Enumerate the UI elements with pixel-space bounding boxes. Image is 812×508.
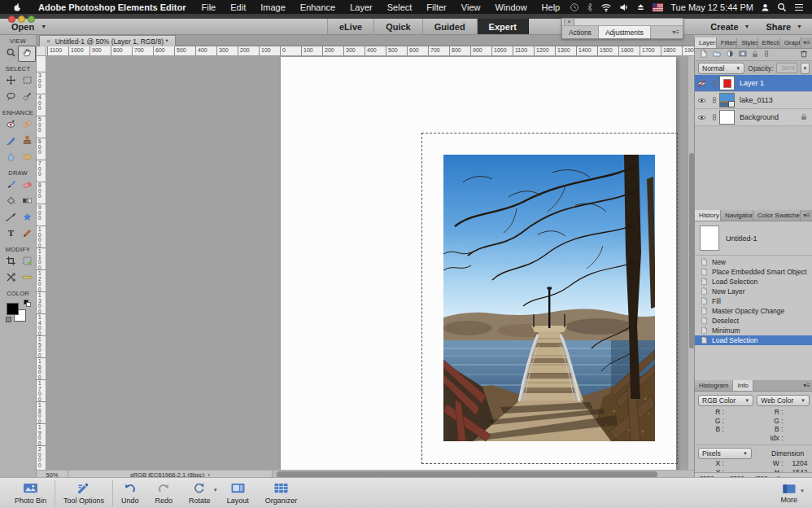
window-zoom-button[interactable] bbox=[28, 15, 35, 23]
layer-hidden-eye-icon[interactable] bbox=[695, 79, 709, 88]
history-step[interactable]: Master Opacity Change bbox=[695, 306, 812, 316]
panel-flyout-menu-icon[interactable]: ▾≡ bbox=[801, 210, 812, 221]
layer-link-icon[interactable] bbox=[709, 112, 719, 122]
tab-color-swatches[interactable]: Color Swatches bbox=[753, 210, 801, 221]
window-minimize-button[interactable] bbox=[18, 15, 25, 23]
sponge-tool[interactable] bbox=[18, 150, 36, 166]
brush-tool[interactable] bbox=[2, 177, 20, 194]
history-step[interactable]: Load Selection bbox=[695, 277, 812, 287]
spot-healing-brush-tool[interactable] bbox=[18, 117, 36, 134]
history-step[interactable]: Place Embedded Smart Object bbox=[695, 267, 812, 277]
new-layer-icon[interactable] bbox=[699, 49, 709, 60]
content-aware-move-tool[interactable] bbox=[2, 270, 20, 287]
eraser-tool[interactable] bbox=[18, 177, 36, 194]
swap-colors-icon[interactable] bbox=[6, 317, 11, 322]
smart-brush-tool[interactable] bbox=[2, 134, 20, 150]
user-icon[interactable] bbox=[761, 2, 770, 12]
red-eye-removal-tool[interactable] bbox=[2, 117, 20, 134]
taskbar-redo-button[interactable]: Redo bbox=[147, 480, 181, 506]
layer-row-lake_0113[interactable]: lake_0113 bbox=[695, 92, 812, 109]
history-step[interactable]: Minimum bbox=[695, 326, 812, 335]
create-button[interactable]: Create ▼ bbox=[710, 22, 749, 32]
rect-marquee-tool[interactable] bbox=[18, 73, 36, 90]
floating-tab-actions[interactable]: Actions bbox=[562, 26, 599, 38]
eject-icon[interactable] bbox=[636, 2, 645, 11]
blend-mode-dropdown[interactable]: Normal ▼ bbox=[698, 63, 744, 74]
volume-icon[interactable] bbox=[619, 2, 629, 12]
taskbar-photo-bin-button[interactable]: Photo Bin bbox=[7, 480, 55, 506]
foreground-color-swatch[interactable] bbox=[7, 303, 19, 315]
layer-visibility-eye-icon[interactable] bbox=[695, 113, 709, 122]
history-step[interactable]: Deselect bbox=[695, 316, 812, 326]
eyedropper-tool[interactable] bbox=[2, 210, 20, 226]
gradient-tool[interactable] bbox=[18, 194, 36, 210]
menu-image[interactable]: Image bbox=[253, 2, 293, 12]
history-step[interactable]: Load Selection bbox=[695, 335, 812, 345]
more-button[interactable]: More ▼ bbox=[772, 481, 805, 506]
layer-visibility-eye-icon[interactable] bbox=[695, 96, 709, 105]
taskbar-layout-button[interactable]: Layout bbox=[219, 480, 257, 506]
info-units-dropdown[interactable]: Pixels ▼ bbox=[698, 448, 752, 459]
tab-layers[interactable]: Layers bbox=[695, 37, 717, 48]
color-swatches[interactable] bbox=[6, 300, 30, 322]
tab-close-icon[interactable]: × bbox=[46, 37, 50, 45]
taskbar-undo-button[interactable]: Undo bbox=[113, 480, 147, 506]
hand-tool[interactable] bbox=[18, 46, 36, 62]
layer-row-layer-1[interactable]: Layer 1 bbox=[695, 75, 812, 92]
document-tab[interactable]: × Untitled-1 @ 50% (Layer 1, RGB/8) * bbox=[39, 35, 176, 46]
delete-layer-icon[interactable] bbox=[799, 49, 809, 60]
mode-tab-elive[interactable]: eLive bbox=[327, 19, 374, 34]
paint-bucket-tool[interactable] bbox=[2, 194, 20, 210]
layer-thumbnail[interactable] bbox=[719, 110, 735, 125]
pencil-tool[interactable] bbox=[18, 226, 36, 243]
floating-tab-adjustments[interactable]: Adjustments bbox=[599, 26, 651, 38]
layer-row-background[interactable]: Background bbox=[695, 109, 812, 126]
menu-help[interactable]: Help bbox=[535, 2, 568, 12]
straighten-tool[interactable] bbox=[18, 270, 36, 287]
info-right-mode-dropdown[interactable]: Web Color ▼ bbox=[757, 395, 810, 406]
mode-tab-guided[interactable]: Guided bbox=[423, 19, 478, 34]
app-name[interactable]: Adobe Photoshop Elements Editor bbox=[30, 2, 194, 12]
tab-histogram[interactable]: Histogram bbox=[695, 380, 733, 391]
default-colors-icon[interactable] bbox=[26, 302, 31, 307]
window-close-button[interactable] bbox=[8, 15, 15, 23]
panel-flyout-menu-icon[interactable]: ▾≡ bbox=[669, 26, 683, 38]
taskbar-rotate-button[interactable]: Rotate▼ bbox=[181, 480, 219, 506]
menubar-clock[interactable]: Tue May 12 5:44 PM bbox=[670, 2, 753, 12]
link-layers-icon[interactable] bbox=[762, 49, 771, 60]
bluetooth-icon[interactable] bbox=[587, 2, 593, 12]
notification-center-icon[interactable] bbox=[794, 3, 804, 11]
menu-enhance[interactable]: Enhance bbox=[293, 2, 343, 12]
tab-graph[interactable]: Graph bbox=[780, 37, 801, 48]
zoom-tool[interactable] bbox=[2, 46, 20, 62]
tab-history[interactable]: History bbox=[695, 210, 721, 221]
opacity-dropdown-icon[interactable]: ▼ bbox=[801, 63, 810, 74]
mode-tab-expert[interactable]: Expert bbox=[478, 19, 529, 34]
history-step[interactable]: New Layer bbox=[695, 287, 812, 296]
taskbar-organizer-button[interactable]: Organizer bbox=[257, 480, 306, 506]
menu-window[interactable]: Window bbox=[487, 2, 534, 12]
info-left-mode-dropdown[interactable]: RGB Color ▼ bbox=[698, 395, 753, 406]
tab-filters[interactable]: Filters bbox=[717, 37, 737, 48]
tab-info[interactable]: Info bbox=[733, 380, 753, 391]
lock-icon[interactable] bbox=[751, 50, 759, 60]
layer-thumbnail[interactable] bbox=[719, 76, 735, 90]
opacity-value-field[interactable]: 50% bbox=[776, 63, 797, 73]
crop-tool[interactable] bbox=[2, 254, 20, 270]
panel-flyout-menu-icon[interactable]: ▾≡ bbox=[801, 37, 812, 48]
time-machine-icon[interactable] bbox=[570, 2, 579, 12]
apple-menu-icon[interactable] bbox=[5, 2, 30, 12]
placed-photo-lake-pier[interactable] bbox=[443, 155, 655, 441]
taskbar-tool-options-button[interactable]: Tool Options bbox=[55, 480, 113, 506]
history-step[interactable]: Fill bbox=[695, 296, 812, 306]
input-language-flag-icon[interactable] bbox=[653, 3, 663, 11]
menu-select[interactable]: Select bbox=[380, 2, 420, 12]
menu-view[interactable]: View bbox=[454, 2, 488, 12]
move-tool[interactable] bbox=[2, 73, 20, 90]
tab-effects[interactable]: Effects bbox=[758, 37, 780, 48]
shape-tool[interactable] bbox=[18, 210, 36, 226]
menu-file[interactable]: File bbox=[194, 2, 224, 12]
spotlight-search-icon[interactable] bbox=[777, 2, 787, 12]
blur-tool[interactable] bbox=[2, 150, 20, 166]
tab-styles[interactable]: Styles bbox=[737, 37, 757, 48]
